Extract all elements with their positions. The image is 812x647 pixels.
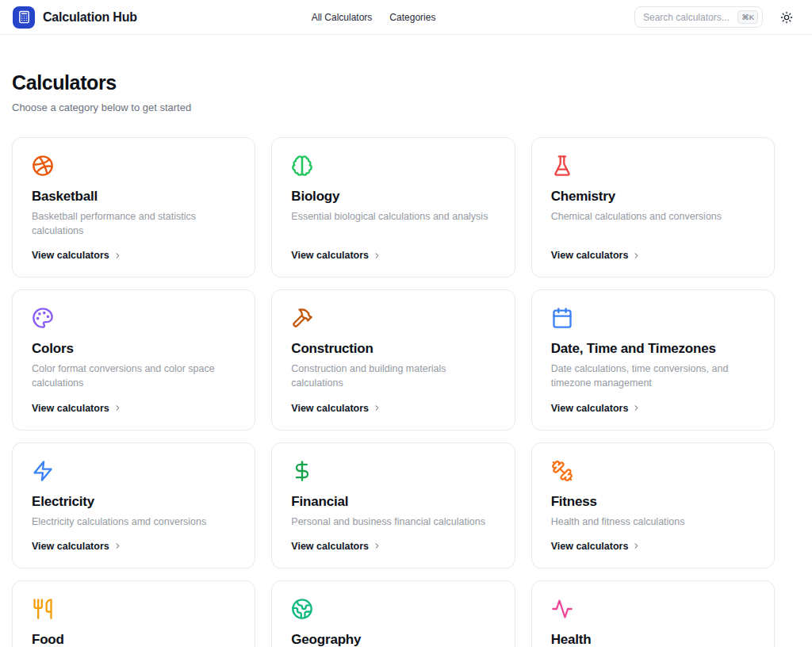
category-card[interactable]: Electricity Electricity calculations amd…	[12, 442, 255, 569]
card-title: Electricity	[32, 494, 236, 510]
view-calculators-label: View calculators	[551, 541, 629, 552]
category-card[interactable]: Construction Construction and building m…	[271, 289, 515, 430]
card-title: Construction	[291, 341, 495, 357]
palette-icon	[32, 307, 54, 329]
brain-icon	[291, 155, 313, 177]
card-title: Financial	[291, 494, 495, 510]
card-title: Biology	[291, 189, 495, 205]
search-input[interactable]	[643, 12, 737, 23]
card-grid: Basketball Basketball performance and st…	[12, 137, 775, 647]
card-title: Basketball	[32, 189, 236, 205]
nav-all-calculators[interactable]: All Calculators	[312, 12, 373, 23]
app-logo	[13, 6, 35, 29]
view-calculators-label: View calculators	[551, 403, 629, 414]
card-description: Health and fitness calculations	[551, 515, 755, 529]
chevron-right-icon	[113, 542, 122, 550]
chevron-right-icon	[632, 542, 641, 550]
view-calculators-link[interactable]: View calculators	[551, 238, 755, 261]
card-description: Date calculations, time conversions, and…	[551, 362, 755, 390]
view-calculators-link[interactable]: View calculators	[32, 238, 236, 261]
view-calculators-label: View calculators	[291, 541, 369, 552]
category-card[interactable]: Date, Time and Timezones Date calculatio…	[531, 289, 775, 430]
globe-icon	[291, 598, 313, 620]
calculator-icon	[17, 10, 31, 24]
category-card[interactable]: Fitness Health and fitness calculations …	[531, 442, 775, 569]
main-nav: All Calculators Categories	[312, 12, 436, 23]
card-title: Date, Time and Timezones	[551, 341, 755, 357]
category-card[interactable]: Health Health monitoring and medical cal…	[531, 580, 775, 647]
view-calculators-link[interactable]: View calculators	[291, 391, 495, 414]
nav-categories[interactable]: Categories	[389, 12, 435, 23]
page-subtitle: Choose a category below to get started	[12, 101, 775, 113]
header: Calculation Hub All Calculators Categori…	[0, 0, 812, 35]
chevron-right-icon	[113, 251, 122, 260]
main-content: Calculators Choose a category below to g…	[0, 35, 812, 647]
card-description: Color format conversions and color space…	[32, 362, 236, 390]
view-calculators-link[interactable]: View calculators	[32, 529, 236, 552]
app-title: Calculation Hub	[43, 10, 137, 25]
category-card[interactable]: Chemistry Chemical calculations and conv…	[531, 137, 775, 278]
card-title: Colors	[32, 341, 236, 357]
basketball-icon	[32, 155, 54, 177]
view-calculators-label: View calculators	[291, 250, 369, 261]
card-title: Health	[551, 632, 755, 647]
utensils-icon	[32, 598, 54, 620]
view-calculators-link[interactable]: View calculators	[551, 391, 755, 414]
card-description: Basketball performance and statistics ca…	[32, 209, 236, 238]
card-title: Fitness	[551, 494, 755, 510]
view-calculators-label: View calculators	[32, 541, 109, 552]
chevron-right-icon	[632, 251, 641, 260]
card-title: Chemistry	[551, 189, 755, 205]
category-card[interactable]: Geography Geographical and earth science…	[271, 580, 515, 647]
activity-icon	[551, 598, 573, 620]
sun-icon	[780, 11, 793, 24]
search-box[interactable]: ⌘K	[634, 6, 763, 28]
view-calculators-label: View calculators	[551, 250, 629, 261]
search-shortcut-badge: ⌘K	[737, 10, 758, 24]
chevron-right-icon	[632, 404, 641, 412]
calendar-icon	[551, 307, 573, 329]
card-title: Food	[32, 632, 236, 647]
header-actions: ⌘K	[634, 6, 798, 29]
card-description: Chemical calculations and conversions	[551, 209, 755, 224]
view-calculators-label: View calculators	[291, 403, 369, 414]
dollar-sign-icon	[291, 460, 313, 482]
card-description: Personal and business financial calculat…	[291, 515, 495, 529]
category-card[interactable]: Colors Color format conversions and colo…	[12, 289, 255, 430]
category-card[interactable]: Food Food and nutrition calculations Vie…	[12, 580, 255, 647]
brand[interactable]: Calculation Hub	[13, 6, 137, 29]
card-title: Geography	[291, 632, 495, 647]
dumbbell-icon	[551, 460, 573, 482]
page-title: Calculators	[12, 71, 775, 94]
card-description: Construction and building materials calc…	[291, 362, 495, 390]
zap-icon	[32, 460, 54, 482]
view-calculators-link[interactable]: View calculators	[32, 391, 236, 414]
view-calculators-label: View calculators	[32, 250, 109, 261]
card-description: Essential biological calculations and an…	[291, 209, 495, 224]
view-calculators-link[interactable]: View calculators	[551, 529, 755, 552]
chevron-right-icon	[373, 404, 381, 412]
view-calculators-link[interactable]: View calculators	[291, 238, 495, 261]
category-card[interactable]: Biology Essential biological calculation…	[271, 137, 515, 278]
chevron-right-icon	[373, 251, 381, 260]
view-calculators-label: View calculators	[32, 403, 109, 414]
hammer-icon	[291, 307, 313, 329]
theme-toggle-button[interactable]	[776, 6, 798, 29]
chevron-right-icon	[113, 404, 122, 412]
category-card[interactable]: Financial Personal and business financia…	[271, 442, 515, 569]
flask-icon	[551, 155, 573, 177]
card-description: Electricity calculations amd conversions	[32, 515, 236, 529]
view-calculators-link[interactable]: View calculators	[291, 529, 495, 552]
category-card[interactable]: Basketball Basketball performance and st…	[12, 137, 255, 278]
chevron-right-icon	[373, 542, 381, 550]
